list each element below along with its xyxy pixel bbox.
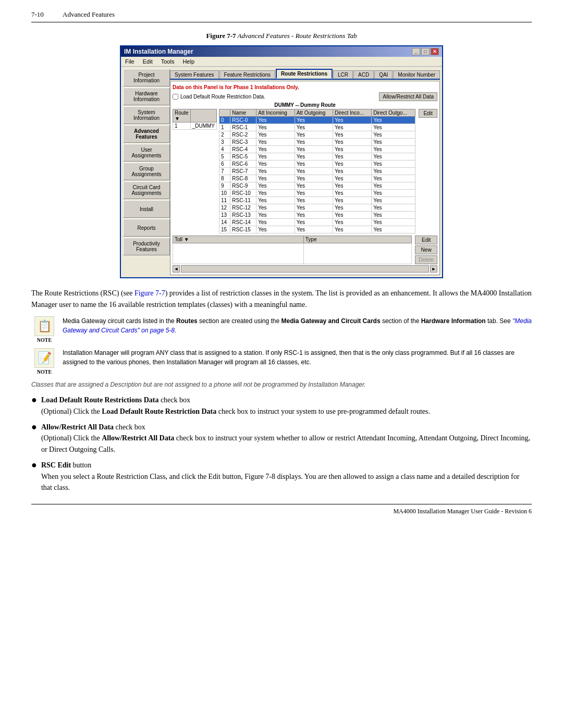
toll-action-col: Edit New Delete <box>415 236 437 264</box>
rsc-att-out-cell: Yes <box>295 131 333 139</box>
close-button[interactable]: ✕ <box>431 48 439 55</box>
rsc-att-in-cell: Yes <box>256 161 295 168</box>
rsc-dir-in-cell: Yes <box>333 190 372 197</box>
rsc-dir-out-cell: Yes <box>372 139 415 146</box>
rsc-edit-button[interactable]: Edit <box>419 109 437 118</box>
figure-7-8-link[interactable]: Figure 7-8 <box>244 473 275 480</box>
sidebar-item-circuit-card-assignments[interactable]: Circuit CardAssignments <box>123 181 170 199</box>
rsc-dir-in-cell: Yes <box>333 197 372 204</box>
page-number: 7-10 <box>31 10 63 19</box>
note1-bold2: Media Gateway and Circuit Cards <box>282 317 381 325</box>
window-controls: _ □ ✕ <box>412 48 439 55</box>
note-2-area: 📝 NOTE Installation Manager will program… <box>31 348 532 375</box>
rsc-row[interactable]: 11 RSC-11 Yes Yes Yes Yes <box>219 197 415 204</box>
rsc-row[interactable]: 7 RSC-7 Yes Yes Yes Yes <box>219 168 415 175</box>
rsc-row[interactable]: 9 RSC-9 Yes Yes Yes Yes <box>219 182 415 190</box>
route-row[interactable]: 1 _DUMMY <box>173 122 217 130</box>
toll-delete-button[interactable]: Delete <box>415 255 437 264</box>
rsc-row[interactable]: 0 RSC-0 Yes Yes Yes Yes <box>219 117 415 124</box>
menu-help[interactable]: Help <box>178 57 199 66</box>
rsc-dir-out-cell: Yes <box>372 197 415 204</box>
load-default-checkbox[interactable] <box>173 94 178 100</box>
bullet1-detail: (Optional) Click the Load Default Route … <box>41 408 430 415</box>
bullet2-heading-rest: check box <box>114 423 145 431</box>
rsc-dir-out-cell: Yes <box>372 117 415 124</box>
rsc-row[interactable]: 10 RSC-10 Yes Yes Yes Yes <box>219 190 415 197</box>
rsc-dir-in-cell: Yes <box>333 146 372 153</box>
rsc-dir-out-cell: Yes <box>372 168 415 175</box>
tab-monitor-number[interactable]: Monitor Number <box>393 70 440 79</box>
rsc-name-cell: RSC-9 <box>230 182 256 190</box>
tab-acd[interactable]: ACD <box>353 70 374 79</box>
tab-system-features[interactable]: System Features <box>170 70 219 79</box>
bullet-section: ● Load Default Route Restrictions Data c… <box>31 394 532 493</box>
bullet1-heading-bold: Load Default Route Restrictions Data <box>41 396 159 404</box>
tab-feature-restrictions[interactable]: Feature Restrictions <box>219 70 275 79</box>
menu-file[interactable]: File <box>121 57 139 66</box>
load-checkbox-label: Load Default Route Restriction Data. <box>180 94 265 100</box>
rsc-att-out-cell: Yes <box>295 139 333 146</box>
toll-edit-button[interactable]: Edit <box>415 236 437 244</box>
bullet-item-1: ● Load Default Route Restrictions Data c… <box>31 394 532 417</box>
minimize-button[interactable]: _ <box>412 48 420 55</box>
rsc-att-out-cell: Yes <box>295 182 333 190</box>
rsc-att-in-cell: Yes <box>256 117 295 124</box>
rsc-att-in-cell: Yes <box>256 168 295 175</box>
rsc-row[interactable]: 15 RSC-15 Yes Yes Yes Yes <box>219 226 415 233</box>
sidebar-item-hardware-information[interactable]: HardwareInformation <box>123 88 170 105</box>
rsc-row[interactable]: 13 RSC-13 Yes Yes Yes Yes <box>219 212 415 219</box>
rsc-att-out-cell: Yes <box>295 212 333 219</box>
sidebar-item-user-assignments[interactable]: UserAssignments <box>123 144 170 162</box>
rsc-att-out-header: Att Outgoing <box>295 109 333 117</box>
sidebar-item-advanced-features[interactable]: AdvancedFeatures <box>123 125 170 143</box>
rsc-dir-out-cell: Yes <box>372 212 415 219</box>
page-header-title: Advanced Features <box>63 10 115 19</box>
rsc-row[interactable]: 2 RSC-2 Yes Yes Yes Yes <box>219 131 415 139</box>
rsc-row[interactable]: 4 RSC-4 Yes Yes Yes Yes <box>219 146 415 153</box>
figure-caption: Figure 7-7 Advanced Features - Route Res… <box>31 32 532 40</box>
tab-lcr[interactable]: LCR <box>333 70 353 79</box>
rsc-dir-in-cell: Yes <box>333 175 372 182</box>
bullet-dot-2: ● <box>31 422 37 433</box>
note-2-label: NOTE <box>37 369 52 375</box>
rsc-num-cell: 14 <box>219 219 230 226</box>
rsc-row[interactable]: 8 RSC-8 Yes Yes Yes Yes <box>219 175 415 182</box>
scroll-track[interactable] <box>181 265 429 273</box>
window-title: IM Installation Manager <box>124 48 193 55</box>
rsc-dir-out-cell: Yes <box>372 131 415 139</box>
allow-restrict-button[interactable]: Allow/Restrict All Data <box>379 92 437 101</box>
scroll-right-button[interactable]: ► <box>430 265 437 273</box>
rsc-att-in-cell: Yes <box>256 131 295 139</box>
rsc-row[interactable]: 6 RSC-6 Yes Yes Yes Yes <box>219 161 415 168</box>
rsc-row[interactable]: 5 RSC-5 Yes Yes Yes Yes <box>219 153 415 161</box>
sidebar-item-system-information[interactable]: SystemInformation <box>123 106 170 124</box>
rsc-dir-in-cell: Yes <box>333 182 372 190</box>
rsc-row[interactable]: 12 RSC-12 Yes Yes Yes Yes <box>219 204 415 212</box>
sidebar-item-project-information[interactable]: ProjectInformation <box>123 69 170 87</box>
rsc-name-cell: RSC-11 <box>230 197 256 204</box>
rsc-num-cell: 6 <box>219 161 230 168</box>
scroll-left-button[interactable]: ◄ <box>173 265 180 273</box>
sidebar-item-install[interactable]: Install <box>123 200 170 218</box>
toll-data-table: Toll ▼ Type <box>173 236 412 264</box>
table-section: Route ▼ 1 _DUMMY <box>173 109 437 233</box>
rsc-edit-col: Edit <box>419 109 437 118</box>
rsc-att-in-cell: Yes <box>256 212 295 219</box>
sidebar-item-reports[interactable]: Reports <box>123 219 170 237</box>
menu-edit[interactable]: Edit <box>139 57 157 66</box>
note-icon-image-2: 📝 <box>34 348 54 368</box>
bullet-item-2: ● Allow/Restrict All Data check box (Opt… <box>31 422 532 455</box>
tab-route-restrictions[interactable]: Route Restrictions <box>276 69 333 79</box>
bullet3-detail: When you select a Route Restriction Clas… <box>41 473 520 492</box>
rsc-row[interactable]: 3 RSC-3 Yes Yes Yes Yes <box>219 139 415 146</box>
sidebar-item-group-assignments[interactable]: GroupAssignments <box>123 163 170 180</box>
tab-qai[interactable]: QAI <box>374 70 393 79</box>
toll-new-button[interactable]: New <box>415 245 437 254</box>
figure-7-7-link[interactable]: Figure 7-7 <box>134 289 165 297</box>
rsc-dir-out-cell: Yes <box>372 182 415 190</box>
rsc-row[interactable]: 14 RSC-14 Yes Yes Yes Yes <box>219 219 415 226</box>
maximize-button[interactable]: □ <box>421 48 430 55</box>
sidebar-item-productivity-features[interactable]: ProductivityFeatures <box>123 238 170 255</box>
menu-tools[interactable]: Tools <box>157 57 179 66</box>
rsc-row[interactable]: 1 RSC-1 Yes Yes Yes Yes <box>219 124 415 131</box>
